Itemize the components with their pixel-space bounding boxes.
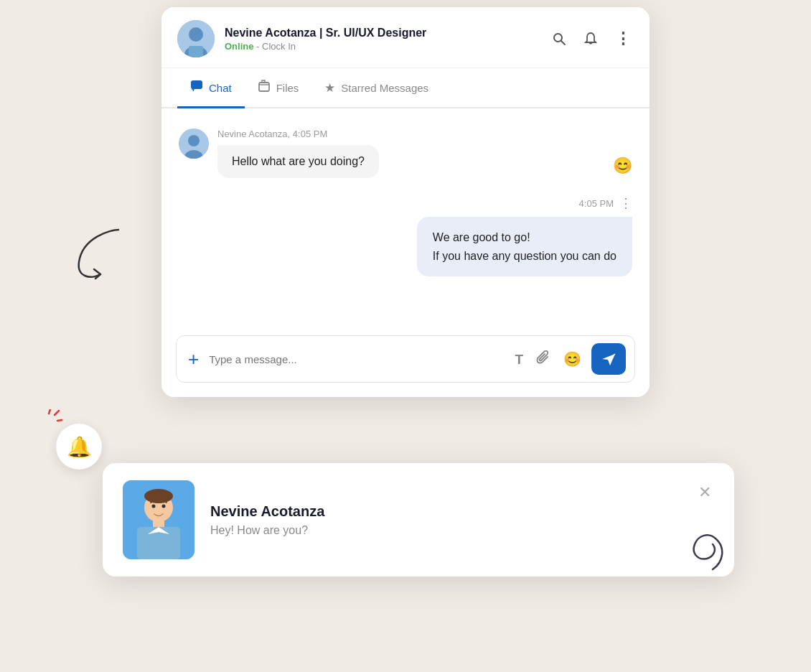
search-icon — [552, 32, 566, 46]
tab-chat-label: Chat — [209, 82, 232, 94]
notif-avatar — [123, 480, 194, 559]
tab-starred[interactable]: ★ Starred Messages — [311, 68, 441, 108]
tab-bar: Chat Files ★ Starred Messages — [161, 68, 650, 108]
tab-chat[interactable]: Chat — [177, 68, 245, 108]
starred-tab-icon: ★ — [324, 80, 335, 95]
tab-files[interactable]: Files — [245, 68, 312, 108]
contact-status: Online - Clock In — [225, 41, 549, 52]
bell-notification-circle[interactable]: 🔔 — [56, 424, 102, 470]
contact-info: Nevine Acotanza | Sr. UI/UX Designer Onl… — [225, 27, 549, 52]
chat-input-box: + T 😊 — [176, 335, 635, 383]
clock-in-label: Clock In — [262, 41, 296, 52]
svg-line-1 — [49, 409, 50, 414]
svg-point-16 — [144, 489, 173, 503]
deco-arrow — [68, 223, 133, 287]
svg-line-8 — [561, 41, 565, 45]
messages-area: Nevine Acotanza, 4:05 PM Hello what are … — [161, 108, 650, 324]
notification-close-button[interactable]: ✕ — [695, 480, 714, 505]
svg-point-21 — [152, 505, 156, 508]
outgoing-message-row: 4:05 PM ⋮ We are good to go! If you have… — [179, 195, 632, 276]
notif-sender-name: Nevine Acotanza — [210, 503, 680, 520]
add-icon: + — [188, 348, 199, 370]
svg-point-22 — [162, 505, 166, 508]
svg-line-0 — [55, 411, 59, 415]
svg-rect-6 — [189, 46, 203, 57]
send-button[interactable] — [591, 343, 626, 375]
close-icon: ✕ — [698, 483, 711, 501]
svg-point-12 — [188, 135, 200, 146]
attach-icon — [536, 350, 550, 365]
more-vert-icon: ⋮ — [615, 31, 631, 47]
bell-button[interactable] — [581, 29, 601, 49]
files-tab-icon — [258, 80, 271, 96]
sender-time: Nevine Acotanza, 4:05 PM — [217, 129, 597, 139]
tab-starred-label: Starred Messages — [341, 82, 428, 94]
sender-name: Nevine Acotanza — [217, 129, 288, 139]
chat-input-area: + T 😊 — [161, 324, 650, 397]
status-separator: - — [253, 41, 262, 52]
outgoing-time: 4:05 PM — [579, 198, 614, 209]
emoji-icon: 😊 — [563, 351, 581, 367]
outgoing-text-line1: We are good to go! — [433, 228, 617, 247]
online-status: Online — [225, 41, 253, 52]
outgoing-time-row: 4:05 PM ⋮ — [579, 195, 632, 211]
chat-card: Nevine Acotanza | Sr. UI/UX Designer Onl… — [161, 7, 650, 397]
more-options-button[interactable]: ⋮ — [612, 28, 634, 50]
message-time: 4:05 PM — [293, 129, 327, 139]
svg-rect-10 — [259, 83, 269, 91]
emoji-reaction[interactable]: 😊 — [613, 157, 632, 175]
incoming-bubble: Hello what are you doing? — [217, 145, 379, 178]
bell-icon: 🔔 — [67, 435, 92, 459]
message-more-button[interactable]: ⋮ — [619, 195, 632, 211]
message-input[interactable] — [209, 353, 505, 365]
notif-text-block: Nevine Acotanza Hey! How are you? — [210, 503, 680, 537]
svg-line-2 — [57, 420, 62, 421]
notification-bell-icon — [583, 32, 598, 46]
attach-button[interactable] — [533, 349, 553, 370]
text-format-icon: T — [515, 352, 523, 367]
search-button[interactable] — [549, 29, 569, 49]
svg-point-4 — [189, 27, 203, 42]
sender-avatar — [179, 129, 209, 159]
svg-rect-9 — [191, 80, 202, 89]
tab-files-label: Files — [276, 82, 299, 94]
add-button[interactable]: + — [185, 350, 202, 368]
header-actions: ⋮ — [549, 28, 634, 50]
incoming-message-content: Nevine Acotanza, 4:05 PM Hello what are … — [217, 129, 597, 178]
contact-avatar — [177, 20, 215, 57]
chat-tab-icon — [190, 80, 203, 96]
outgoing-text-line2: If you have any question you can do — [433, 247, 617, 266]
text-format-button[interactable]: T — [512, 350, 526, 369]
emoji-button[interactable]: 😊 — [561, 349, 584, 369]
notif-message: Hey! How are you? — [210, 524, 680, 537]
send-icon — [601, 351, 617, 367]
contact-name: Nevine Acotanza | Sr. UI/UX Designer — [225, 27, 549, 39]
chat-header: Nevine Acotanza | Sr. UI/UX Designer Onl… — [161, 7, 650, 68]
notification-card: Nevine Acotanza Hey! How are you? ✕ — [103, 463, 734, 577]
outgoing-bubble: We are good to go! If you have any quest… — [417, 217, 632, 276]
incoming-message-row: Nevine Acotanza, 4:05 PM Hello what are … — [179, 129, 632, 178]
